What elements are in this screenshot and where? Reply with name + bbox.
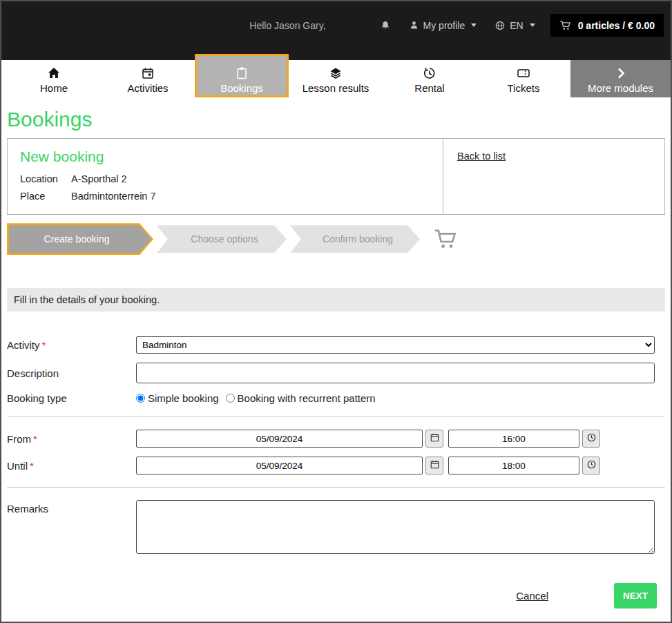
ticket-icon xyxy=(517,66,530,80)
until-label: Until* xyxy=(7,460,136,472)
description-row: Description xyxy=(7,363,665,383)
from-label: From* xyxy=(7,433,136,445)
clipboard-icon xyxy=(235,66,249,80)
place-label: Place xyxy=(20,188,71,205)
from-time-picker-button[interactable] xyxy=(582,430,600,448)
user-greeting: Hello Jason Gary, xyxy=(249,20,325,31)
nav-tab-home[interactable]: Home xyxy=(7,60,101,97)
activity-label: Activity* xyxy=(7,339,136,351)
caret-down-icon xyxy=(530,23,535,27)
location-row: Location A-Sporthal 2 xyxy=(20,171,430,188)
wizard-step-choose-options: Choose options xyxy=(157,225,287,253)
cart-label: 0 articles / € 0.00 xyxy=(578,20,655,31)
calendar-icon xyxy=(430,432,440,445)
from-time-input[interactable] xyxy=(448,430,579,448)
from-row: From* xyxy=(7,430,665,448)
simple-booking-radio[interactable] xyxy=(136,394,145,403)
nav-tab-tickets[interactable]: Tickets xyxy=(477,60,570,97)
clock-icon xyxy=(586,459,597,472)
required-marker: * xyxy=(33,433,37,445)
nav-label: Tickets xyxy=(508,82,540,94)
my-profile-label: My profile xyxy=(423,20,465,31)
my-profile-menu[interactable]: My profile xyxy=(409,20,477,31)
activity-row: Activity* Badminton xyxy=(7,336,665,354)
divider xyxy=(7,416,665,417)
home-icon xyxy=(47,66,61,80)
notifications-button[interactable] xyxy=(380,20,391,31)
person-icon xyxy=(409,20,419,30)
cancel-link[interactable]: Cancel xyxy=(516,590,548,602)
place-value: Badmintonterrein 7 xyxy=(71,188,156,205)
nav-label: Rental xyxy=(414,82,444,94)
new-booking-panel: New booking Location A-Sporthal 2 Place … xyxy=(7,138,665,215)
calendar-icon xyxy=(141,66,155,80)
nav-tab-lesson-results[interactable]: Lesson results xyxy=(289,60,383,97)
recurrent-booking-label[interactable]: Booking with recurrent pattern xyxy=(238,392,376,404)
form-actions: Cancel NEXT xyxy=(7,583,665,608)
bell-icon xyxy=(380,20,391,31)
until-time-input[interactable] xyxy=(448,457,579,475)
chevron-right-icon xyxy=(614,66,628,80)
wizard-step-label: Create booking xyxy=(9,225,151,253)
wizard-cart-icon xyxy=(433,227,459,251)
booking-type-label: Booking type xyxy=(7,392,136,404)
booking-summary: New booking Location A-Sporthal 2 Place … xyxy=(8,139,443,214)
from-date-input[interactable] xyxy=(136,430,423,448)
nav-label: Activities xyxy=(127,82,168,94)
remarks-row: Remarks xyxy=(7,500,665,554)
simple-booking-label[interactable]: Simple booking xyxy=(148,392,219,404)
from-date-picker-button[interactable] xyxy=(425,430,443,448)
booking-type-row: Booking type Simple booking Booking with… xyxy=(7,392,665,404)
next-button[interactable]: NEXT xyxy=(614,583,657,608)
nav-tab-activities[interactable]: Activities xyxy=(101,60,195,97)
recurrent-booking-radio[interactable] xyxy=(226,394,235,403)
description-input[interactable] xyxy=(136,363,655,383)
calendar-icon xyxy=(430,459,440,472)
activity-select[interactable]: Badminton xyxy=(136,336,655,354)
nav-label: Bookings xyxy=(220,82,263,94)
top-bar: Hello Jason Gary, My profile EN 0 articl… xyxy=(1,1,671,60)
globe-icon xyxy=(495,20,506,31)
panel-right: Back to list xyxy=(443,139,664,214)
wizard-steps: Create booking Choose options Confirm bo… xyxy=(7,223,665,255)
nav-tab-rental[interactable]: Rental xyxy=(383,60,477,97)
language-menu[interactable]: EN xyxy=(495,20,535,31)
booking-form: Activity* Badminton Description Booking … xyxy=(7,336,665,608)
nav-tab-more-modules[interactable]: More modules xyxy=(570,60,671,97)
wizard-step-create-booking[interactable]: Create booking xyxy=(7,223,153,255)
layers-icon xyxy=(329,66,343,80)
location-value: A-Sporthal 2 xyxy=(71,171,127,188)
booking-type-options: Simple booking Booking with recurrent pa… xyxy=(136,392,381,404)
info-bar: Fill in the details of your booking. xyxy=(7,288,665,312)
page-title: Bookings xyxy=(7,108,665,131)
main-nav: Home Activities Bookings Lesson results … xyxy=(1,60,671,97)
required-marker: * xyxy=(30,460,34,472)
location-label: Location xyxy=(20,171,71,188)
until-date-input[interactable] xyxy=(136,457,423,475)
until-time-picker-button[interactable] xyxy=(582,457,600,475)
panel-title: New booking xyxy=(20,148,430,165)
remarks-label: Remarks xyxy=(7,500,136,515)
history-icon xyxy=(423,66,436,80)
wizard-step-confirm-booking: Confirm booking xyxy=(290,225,420,253)
until-row: Until* xyxy=(7,457,665,475)
remarks-textarea[interactable] xyxy=(136,500,655,554)
nav-tab-bookings[interactable]: Bookings xyxy=(195,54,289,97)
caret-down-icon xyxy=(471,23,477,27)
divider xyxy=(7,487,665,488)
language-label: EN xyxy=(510,20,523,31)
page-content: Bookings New booking Location A-Sporthal… xyxy=(1,108,671,608)
place-row: Place Badmintonterrein 7 xyxy=(20,188,430,205)
nav-label: Lesson results xyxy=(303,82,369,94)
cart-button[interactable]: 0 articles / € 0.00 xyxy=(550,14,664,37)
nav-label: More modules xyxy=(588,82,653,94)
required-marker: * xyxy=(42,339,46,351)
clock-icon xyxy=(586,432,597,445)
nav-label: Home xyxy=(40,82,68,94)
until-date-picker-button[interactable] xyxy=(425,457,443,475)
cart-icon xyxy=(559,19,572,31)
description-label: Description xyxy=(7,367,136,379)
back-to-list-link[interactable]: Back to list xyxy=(457,151,506,162)
